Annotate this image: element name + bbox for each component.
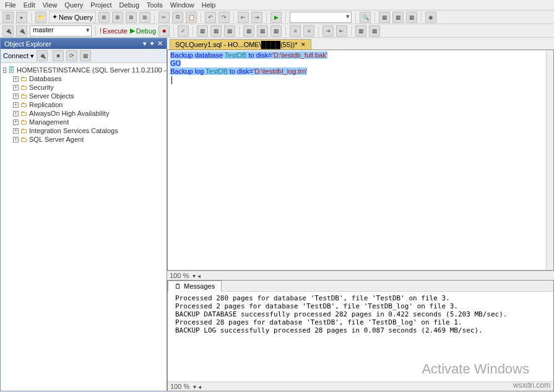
tree-node-security[interactable]: + 🗀 Security	[13, 83, 164, 92]
expand-icon[interactable]: +	[13, 85, 19, 90]
pin-icon[interactable]: ✦	[149, 40, 155, 48]
disconnect-icon[interactable]: 🔌	[37, 50, 48, 61]
tool-g1-icon[interactable]: ▦	[243, 25, 254, 37]
menu-project[interactable]: Project	[90, 1, 111, 9]
menu-edit[interactable]: Edit	[24, 1, 35, 9]
tool-r2-icon[interactable]: ▦	[210, 25, 222, 37]
tool-g3-icon[interactable]: ▦	[271, 25, 282, 37]
tool-win2-icon[interactable]: ▦	[392, 12, 404, 23]
expand-icon[interactable]: +	[13, 102, 19, 108]
tool-db4-icon[interactable]: 🗎	[139, 12, 150, 23]
tool-win1-icon[interactable]: ▦	[379, 12, 390, 23]
tool-folder-icon[interactable]: 📁	[35, 12, 46, 23]
debug-label: Debug	[136, 27, 156, 35]
object-explorer-title: Object Explorer	[4, 40, 51, 48]
tree-label: Databases	[29, 75, 62, 82]
tool-outdent-icon[interactable]: ⇤	[336, 25, 347, 37]
tree-node-integration-services-catalogs[interactable]: + 🗀 Integration Services Catalogs	[13, 126, 164, 135]
tool-r3-icon[interactable]: ▦	[224, 25, 235, 37]
tool-copy-icon[interactable]: ⧉	[172, 12, 183, 23]
expand-icon[interactable]: +	[13, 94, 19, 99]
tool-new-icon[interactable]: ☰	[2, 12, 14, 23]
tool-config-dropdown[interactable]	[290, 12, 352, 23]
tool-indent-icon[interactable]: ⇥	[322, 25, 334, 37]
tool-conn2-icon[interactable]: 🔌	[16, 25, 27, 37]
dropdown-icon[interactable]: ▾	[143, 40, 147, 48]
debug-button[interactable]: ▶ Debug	[130, 27, 156, 35]
tool-nav2-icon[interactable]: ⇥	[251, 12, 262, 23]
tree-node-databases[interactable]: + 🗀 Databases	[13, 74, 164, 83]
database-selector[interactable]: master	[30, 25, 92, 37]
close-tab-icon[interactable]: ✕	[301, 41, 306, 48]
tool-find-icon[interactable]: 🔍	[360, 12, 371, 23]
tree-node-alwayson-high-availability[interactable]: + 🗀 AlwaysOn High Availability	[13, 109, 164, 118]
connect-toolbar: Connect ▾ 🔌 ■ ⟳ ▦	[1, 49, 167, 63]
tool-r1-icon[interactable]: ▦	[197, 25, 208, 37]
messages-zoom-label[interactable]: 100 %	[170, 383, 189, 390]
tree-label: Replication	[29, 101, 63, 108]
connect-button[interactable]: Connect ▾	[3, 52, 34, 60]
filter-icon[interactable]: ▦	[80, 50, 91, 61]
document-area: SQLQuery1.sql - HO...OME\████(55))* ✕ Ba…	[167, 38, 554, 391]
tool-x2-icon[interactable]: ▦	[369, 25, 380, 37]
expand-icon[interactable]: +	[13, 76, 19, 82]
collapse-icon[interactable]: -	[3, 68, 6, 73]
tool-change-conn-icon[interactable]: 🔌	[2, 25, 14, 37]
tab-label: SQLQuery1.sql - HO...OME\████(55))*	[175, 41, 297, 48]
tool-stop-icon[interactable]: ■	[158, 25, 170, 37]
server-node[interactable]: - 🗄 HOME\TESTINSTANCE (SQL Server 11.0.2…	[3, 66, 164, 74]
new-query-button[interactable]: ✦ New Query	[49, 12, 96, 23]
menu-file[interactable]: File	[5, 1, 16, 9]
menu-help[interactable]: Help	[202, 1, 216, 9]
tool-uncomment-icon[interactable]: ≡	[303, 25, 314, 37]
menu-query[interactable]: Query	[64, 1, 83, 9]
editor-content[interactable]: Backup database TestDB to disk='D:\testd…	[168, 50, 553, 85]
messages-tab-label: Messages	[184, 282, 215, 290]
stop-icon[interactable]: ■	[53, 50, 64, 61]
expand-icon[interactable]: +	[13, 111, 19, 116]
menu-window[interactable]: Window	[170, 1, 194, 9]
sql-file-tab[interactable]: SQLQuery1.sql - HO...OME\████(55))* ✕	[170, 39, 311, 50]
expand-icon[interactable]: +	[13, 137, 19, 142]
tool-play-icon[interactable]: ▶	[271, 12, 282, 23]
tree-node-management[interactable]: + 🗀 Management	[13, 118, 164, 126]
tool-nav1-icon[interactable]: ⇤	[238, 12, 249, 23]
tool-comment-icon[interactable]: ≡	[290, 25, 301, 37]
tree-node-replication[interactable]: + 🗀 Replication	[13, 100, 164, 109]
tool-win3-icon[interactable]: ▦	[406, 12, 417, 23]
tool-cut-icon[interactable]: ✂	[158, 12, 170, 23]
sql-editor[interactable]: Backup database TestDB to disk='D:\testd…	[167, 50, 554, 271]
expand-icon[interactable]: +	[13, 120, 19, 125]
close-icon[interactable]: ✕	[157, 40, 163, 48]
expand-icon[interactable]: +	[13, 128, 19, 134]
scrollbar[interactable]	[546, 50, 553, 270]
tool-open-icon[interactable]: ▸	[16, 12, 27, 23]
menu-bar: File Edit View Query Project Debug Tools…	[0, 0, 554, 11]
server-tree[interactable]: - 🗄 HOME\TESTINSTANCE (SQL Server 11.0.2…	[1, 63, 167, 391]
tool-parse-icon[interactable]: ✓	[178, 25, 189, 37]
folder-icon: 🗀	[20, 84, 27, 91]
tool-db2-icon[interactable]: 🗎	[112, 12, 123, 23]
messages-zoom-bar: 100 % ▾ ◂	[168, 381, 553, 391]
tool-x1-icon[interactable]: ▦	[355, 25, 366, 37]
tool-g2-icon[interactable]: ▦	[257, 25, 268, 37]
tool-undo-icon[interactable]: ↶	[205, 12, 216, 23]
folder-icon: 🗀	[20, 75, 27, 82]
tool-paste-icon[interactable]: 📋	[186, 12, 197, 23]
menu-tools[interactable]: Tools	[147, 1, 163, 9]
menu-view[interactable]: View	[43, 1, 58, 9]
tree-node-sql-server-agent[interactable]: + 🗀 SQL Server Agent	[13, 135, 164, 144]
tool-db1-icon[interactable]: 🗎	[98, 12, 110, 23]
tool-redo-icon[interactable]: ↷	[219, 12, 230, 23]
tool-db3-icon[interactable]: 🗎	[126, 12, 137, 23]
refresh-icon[interactable]: ⟳	[66, 50, 77, 61]
caret	[171, 76, 172, 84]
execute-button[interactable]: ! Execute	[100, 27, 128, 35]
tool-activity-icon[interactable]: ◉	[425, 12, 436, 23]
exclaim-icon: !	[100, 27, 102, 35]
messages-tab[interactable]: 🗒 Messages	[168, 281, 222, 292]
tree-node-server-objects[interactable]: + 🗀 Server Objects	[13, 92, 164, 100]
messages-icon: 🗒	[175, 282, 181, 290]
editor-zoom-label[interactable]: 100 %	[170, 272, 189, 279]
menu-debug[interactable]: Debug	[119, 1, 139, 9]
